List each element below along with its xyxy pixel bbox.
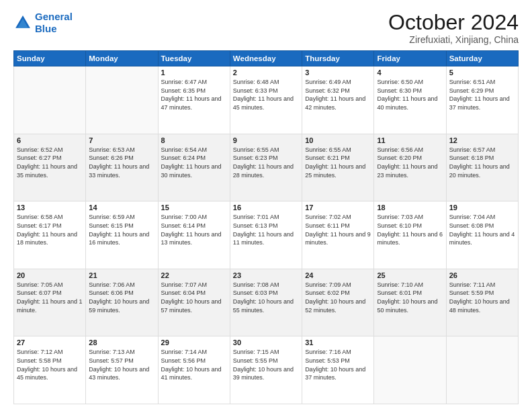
- day-info: Sunrise: 7:08 AM Sunset: 6:03 PM Dayligh…: [233, 281, 299, 314]
- day-info: Sunrise: 7:12 AM Sunset: 5:58 PM Dayligh…: [17, 348, 83, 381]
- col-header-tuesday: Tuesday: [158, 51, 230, 66]
- day-number: 1: [161, 68, 227, 77]
- day-number: 4: [377, 68, 443, 77]
- day-cell: 22Sunrise: 7:07 AM Sunset: 6:04 PM Dayli…: [158, 269, 230, 336]
- day-number: 23: [233, 271, 299, 279]
- day-cell: 12Sunrise: 6:57 AM Sunset: 6:18 PM Dayli…: [446, 134, 518, 201]
- week-row-4: 20Sunrise: 7:05 AM Sunset: 6:07 PM Dayli…: [14, 269, 519, 336]
- day-cell: 8Sunrise: 6:54 AM Sunset: 6:24 PM Daylig…: [158, 134, 230, 201]
- day-cell: [14, 66, 86, 134]
- day-number: 18: [377, 203, 443, 212]
- day-cell: [446, 336, 518, 404]
- day-cell: 27Sunrise: 7:12 AM Sunset: 5:58 PM Dayli…: [14, 336, 86, 404]
- day-number: 8: [161, 136, 227, 144]
- day-cell: 26Sunrise: 7:11 AM Sunset: 5:59 PM Dayli…: [446, 269, 518, 336]
- day-info: Sunrise: 6:52 AM Sunset: 6:27 PM Dayligh…: [17, 146, 83, 179]
- logo-line2: Blue: [35, 23, 57, 34]
- logo-text: General Blue: [35, 11, 73, 35]
- day-cell: 14Sunrise: 6:59 AM Sunset: 6:15 PM Dayli…: [86, 201, 158, 269]
- day-cell: 13Sunrise: 6:58 AM Sunset: 6:17 PM Dayli…: [14, 201, 86, 269]
- day-info: Sunrise: 6:55 AM Sunset: 6:21 PM Dayligh…: [305, 146, 371, 179]
- day-number: 3: [305, 68, 371, 77]
- day-number: 6: [17, 136, 83, 144]
- day-info: Sunrise: 7:14 AM Sunset: 5:56 PM Dayligh…: [161, 348, 227, 381]
- day-info: Sunrise: 6:55 AM Sunset: 6:23 PM Dayligh…: [233, 146, 299, 179]
- day-cell: [374, 336, 446, 404]
- week-row-2: 6Sunrise: 6:52 AM Sunset: 6:27 PM Daylig…: [14, 134, 519, 201]
- day-number: 29: [161, 338, 227, 347]
- day-info: Sunrise: 7:06 AM Sunset: 6:06 PM Dayligh…: [89, 281, 154, 314]
- day-number: 28: [89, 338, 154, 347]
- day-cell: 30Sunrise: 7:15 AM Sunset: 5:55 PM Dayli…: [230, 336, 302, 404]
- calendar-table: SundayMondayTuesdayWednesdayThursdayFrid…: [13, 50, 519, 404]
- week-row-1: 1Sunrise: 6:47 AM Sunset: 6:35 PM Daylig…: [14, 66, 519, 134]
- day-info: Sunrise: 7:15 AM Sunset: 5:55 PM Dayligh…: [233, 348, 299, 381]
- day-number: 9: [233, 136, 299, 144]
- col-header-saturday: Saturday: [446, 51, 518, 66]
- day-cell: 5Sunrise: 6:51 AM Sunset: 6:29 PM Daylig…: [446, 66, 518, 134]
- day-cell: 25Sunrise: 7:10 AM Sunset: 6:01 PM Dayli…: [374, 269, 446, 336]
- day-number: 5: [449, 68, 515, 77]
- col-header-thursday: Thursday: [302, 51, 374, 66]
- main-title: October 2024: [388, 11, 519, 34]
- week-row-3: 13Sunrise: 6:58 AM Sunset: 6:17 PM Dayli…: [14, 201, 519, 269]
- day-number: 12: [449, 136, 515, 144]
- day-number: 25: [377, 271, 443, 279]
- day-info: Sunrise: 6:47 AM Sunset: 6:35 PM Dayligh…: [161, 78, 227, 111]
- day-cell: 4Sunrise: 6:50 AM Sunset: 6:30 PM Daylig…: [374, 66, 446, 134]
- day-number: 30: [233, 338, 299, 347]
- logo: General Blue: [13, 11, 73, 35]
- header: General Blue October 2024 Zirefuxiati, X…: [13, 11, 519, 45]
- day-info: Sunrise: 7:07 AM Sunset: 6:04 PM Dayligh…: [161, 281, 227, 314]
- day-cell: 1Sunrise: 6:47 AM Sunset: 6:35 PM Daylig…: [158, 66, 230, 134]
- day-cell: 2Sunrise: 6:48 AM Sunset: 6:33 PM Daylig…: [230, 66, 302, 134]
- day-info: Sunrise: 6:51 AM Sunset: 6:29 PM Dayligh…: [449, 78, 515, 111]
- day-cell: 16Sunrise: 7:01 AM Sunset: 6:13 PM Dayli…: [230, 201, 302, 269]
- day-info: Sunrise: 7:13 AM Sunset: 5:57 PM Dayligh…: [89, 348, 154, 381]
- subtitle: Zirefuxiati, Xinjiang, China: [388, 34, 519, 45]
- page: General Blue October 2024 Zirefuxiati, X…: [0, 0, 532, 411]
- day-info: Sunrise: 6:57 AM Sunset: 6:18 PM Dayligh…: [449, 146, 515, 179]
- day-cell: 11Sunrise: 6:56 AM Sunset: 6:20 PM Dayli…: [374, 134, 446, 201]
- day-number: 26: [449, 271, 515, 279]
- day-info: Sunrise: 7:03 AM Sunset: 6:10 PM Dayligh…: [377, 213, 443, 246]
- day-number: 24: [305, 271, 371, 279]
- col-header-wednesday: Wednesday: [230, 51, 302, 66]
- day-info: Sunrise: 7:00 AM Sunset: 6:14 PM Dayligh…: [161, 213, 227, 246]
- day-cell: 28Sunrise: 7:13 AM Sunset: 5:57 PM Dayli…: [86, 336, 158, 404]
- day-cell: 24Sunrise: 7:09 AM Sunset: 6:02 PM Dayli…: [302, 269, 374, 336]
- day-cell: 19Sunrise: 7:04 AM Sunset: 6:08 PM Dayli…: [446, 201, 518, 269]
- day-cell: 31Sunrise: 7:16 AM Sunset: 5:53 PM Dayli…: [302, 336, 374, 404]
- logo-icon: [13, 13, 32, 32]
- day-number: 20: [17, 271, 83, 279]
- header-row: SundayMondayTuesdayWednesdayThursdayFrid…: [14, 51, 519, 66]
- title-block: October 2024 Zirefuxiati, Xinjiang, Chin…: [388, 11, 519, 45]
- day-info: Sunrise: 6:49 AM Sunset: 6:32 PM Dayligh…: [305, 78, 371, 111]
- day-number: 7: [89, 136, 154, 144]
- week-row-5: 27Sunrise: 7:12 AM Sunset: 5:58 PM Dayli…: [14, 336, 519, 404]
- day-cell: 10Sunrise: 6:55 AM Sunset: 6:21 PM Dayli…: [302, 134, 374, 201]
- day-cell: 21Sunrise: 7:06 AM Sunset: 6:06 PM Dayli…: [86, 269, 158, 336]
- col-header-monday: Monday: [86, 51, 158, 66]
- day-number: 27: [17, 338, 83, 347]
- day-number: 21: [89, 271, 154, 279]
- day-info: Sunrise: 7:04 AM Sunset: 6:08 PM Dayligh…: [449, 213, 515, 246]
- day-cell: 18Sunrise: 7:03 AM Sunset: 6:10 PM Dayli…: [374, 201, 446, 269]
- day-info: Sunrise: 6:53 AM Sunset: 6:26 PM Dayligh…: [89, 146, 154, 179]
- day-number: 15: [161, 203, 227, 212]
- day-number: 11: [377, 136, 443, 144]
- col-header-friday: Friday: [374, 51, 446, 66]
- day-info: Sunrise: 6:58 AM Sunset: 6:17 PM Dayligh…: [17, 213, 83, 246]
- day-info: Sunrise: 6:48 AM Sunset: 6:33 PM Dayligh…: [233, 78, 299, 111]
- day-info: Sunrise: 7:09 AM Sunset: 6:02 PM Dayligh…: [305, 281, 371, 314]
- day-cell: 17Sunrise: 7:02 AM Sunset: 6:11 PM Dayli…: [302, 201, 374, 269]
- day-info: Sunrise: 6:56 AM Sunset: 6:20 PM Dayligh…: [377, 146, 443, 179]
- day-number: 17: [305, 203, 371, 212]
- day-cell: 9Sunrise: 6:55 AM Sunset: 6:23 PM Daylig…: [230, 134, 302, 201]
- day-cell: 20Sunrise: 7:05 AM Sunset: 6:07 PM Dayli…: [14, 269, 86, 336]
- day-cell: 7Sunrise: 6:53 AM Sunset: 6:26 PM Daylig…: [86, 134, 158, 201]
- logo-line1: General: [35, 11, 73, 22]
- day-number: 10: [305, 136, 371, 144]
- day-number: 14: [89, 203, 154, 212]
- day-info: Sunrise: 7:11 AM Sunset: 5:59 PM Dayligh…: [449, 281, 515, 314]
